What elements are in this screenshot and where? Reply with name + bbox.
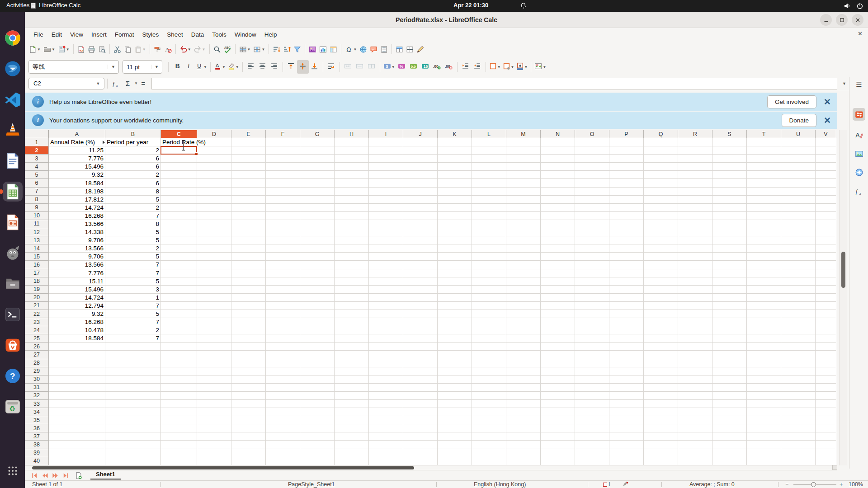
cell-N31[interactable] <box>541 384 575 392</box>
row-header-28[interactable]: 28 <box>25 359 49 367</box>
cell-C31[interactable] <box>161 384 197 392</box>
cell-I4[interactable] <box>369 163 403 171</box>
cell-P5[interactable] <box>609 171 644 179</box>
cell-F37[interactable] <box>266 432 300 441</box>
cell-U40[interactable] <box>781 457 816 465</box>
cell-R19[interactable] <box>678 286 712 294</box>
cell-P25[interactable] <box>609 334 644 343</box>
row-header-9[interactable]: 9 <box>25 204 49 212</box>
cell-G6[interactable] <box>300 179 335 187</box>
cell-F13[interactable] <box>266 236 300 244</box>
cell-E34[interactable] <box>231 408 266 416</box>
row-header-27[interactable]: 27 <box>25 351 49 359</box>
cell-J23[interactable] <box>403 318 438 326</box>
cell-P37[interactable] <box>609 432 644 441</box>
cell-G20[interactable] <box>300 294 335 302</box>
cell-E27[interactable] <box>231 351 266 359</box>
cell-A30[interactable] <box>49 375 105 384</box>
cell-J34[interactable] <box>403 408 438 416</box>
cell-H14[interactable] <box>335 244 369 253</box>
cell-S40[interactable] <box>712 457 747 465</box>
cell-K2[interactable] <box>438 146 472 155</box>
cell-P23[interactable] <box>609 318 644 326</box>
cell-P40[interactable] <box>609 457 644 465</box>
cell-R36[interactable] <box>678 424 712 432</box>
cell-I15[interactable] <box>369 253 403 261</box>
cell-U15[interactable] <box>781 253 816 261</box>
cell-C20[interactable] <box>161 294 197 302</box>
sidebar-properties-icon[interactable] <box>853 108 865 121</box>
cell-T37[interactable] <box>747 432 781 441</box>
cell-T8[interactable] <box>747 196 781 204</box>
cell-B27[interactable] <box>105 351 161 359</box>
cell-R25[interactable] <box>678 334 712 343</box>
cell-S25[interactable] <box>712 334 747 343</box>
cell-U10[interactable] <box>781 212 816 220</box>
minimize-button[interactable] <box>820 14 832 26</box>
cell-D31[interactable] <box>197 384 231 392</box>
cell-K28[interactable] <box>438 359 472 367</box>
cell-D4[interactable] <box>197 163 231 171</box>
cell-S37[interactable] <box>712 432 747 441</box>
cell-B18[interactable]: 5 <box>105 277 161 286</box>
cell-M31[interactable] <box>506 384 541 392</box>
cell-G31[interactable] <box>300 384 335 392</box>
cell-V23[interactable] <box>816 318 836 326</box>
cell-M20[interactable] <box>506 294 541 302</box>
cell-O22[interactable] <box>575 310 609 318</box>
cell-I13[interactable] <box>369 236 403 244</box>
cell-L6[interactable] <box>472 179 506 187</box>
cell-D40[interactable] <box>197 457 231 465</box>
cell-V32[interactable] <box>816 392 836 400</box>
cell-U20[interactable] <box>781 294 816 302</box>
cell-E32[interactable] <box>231 392 266 400</box>
cell-P9[interactable] <box>609 204 644 212</box>
cell-P8[interactable] <box>609 196 644 204</box>
cell-R9[interactable] <box>678 204 712 212</box>
cell-D23[interactable] <box>197 318 231 326</box>
cell-H39[interactable] <box>335 449 369 457</box>
cell-T9[interactable] <box>747 204 781 212</box>
draw-functions-button[interactable] <box>415 42 425 56</box>
cell-C36[interactable] <box>161 424 197 432</box>
clock[interactable]: Apr 22 01:30 <box>453 2 488 9</box>
cell-V24[interactable] <box>816 326 836 334</box>
row-header-6[interactable]: 6 <box>25 179 49 187</box>
cell-B9[interactable]: 2 <box>105 204 161 212</box>
cell-Q32[interactable] <box>644 392 678 400</box>
cell-P26[interactable] <box>609 343 644 351</box>
cell-N34[interactable] <box>541 408 575 416</box>
donate-button[interactable]: Donate <box>782 114 817 127</box>
cell-T7[interactable] <box>747 188 781 196</box>
cell-S27[interactable] <box>712 351 747 359</box>
cell-D3[interactable] <box>197 155 231 163</box>
cell-H9[interactable] <box>335 204 369 212</box>
cell-J8[interactable] <box>403 196 438 204</box>
cell-J40[interactable] <box>403 457 438 465</box>
cell-Q28[interactable] <box>644 359 678 367</box>
cell-H10[interactable] <box>335 212 369 220</box>
cell-U33[interactable] <box>781 400 816 408</box>
cell-Q18[interactable] <box>644 277 678 286</box>
cell-K32[interactable] <box>438 392 472 400</box>
cell-I21[interactable] <box>369 302 403 310</box>
cell-Q9[interactable] <box>644 204 678 212</box>
cell-H38[interactable] <box>335 441 369 449</box>
cell-P28[interactable] <box>609 359 644 367</box>
cell-H11[interactable] <box>335 220 369 228</box>
cell-V12[interactable] <box>816 228 836 236</box>
cell-G25[interactable] <box>300 334 335 343</box>
row-header-14[interactable]: 14 <box>25 244 49 253</box>
cell-N25[interactable] <box>541 334 575 343</box>
cell-C37[interactable] <box>161 432 197 441</box>
cell-R7[interactable] <box>678 188 712 196</box>
open-button[interactable]: ▼ <box>42 42 57 56</box>
cell-L16[interactable] <box>472 261 506 269</box>
cell-H5[interactable] <box>335 171 369 179</box>
chevron-down-icon[interactable]: ▼ <box>66 47 70 52</box>
borders-button[interactable]: ▼ <box>488 60 502 74</box>
cell-Q20[interactable] <box>644 294 678 302</box>
cell-G34[interactable] <box>300 408 335 416</box>
page-style[interactable]: PageStyle_Sheet1 <box>288 481 335 488</box>
cell-E35[interactable] <box>231 416 266 424</box>
